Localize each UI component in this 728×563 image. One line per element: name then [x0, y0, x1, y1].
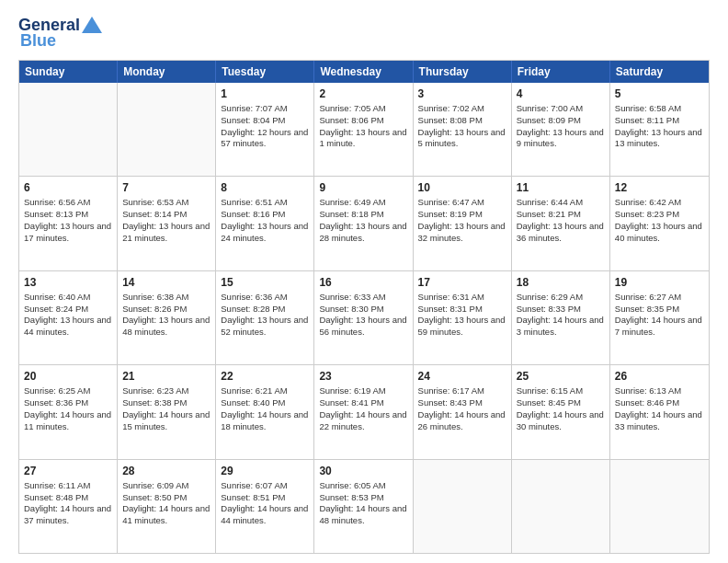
day-cell-11: 11Sunrise: 6:44 AMSunset: 8:21 PMDayligh… — [512, 177, 610, 270]
sunrise-text: Sunrise: 6:21 AM — [221, 385, 287, 396]
sunset-text: Sunset: 8:41 PM — [319, 397, 383, 408]
sunset-text: Sunset: 8:30 PM — [319, 304, 383, 314]
day-cell-12: 12Sunrise: 6:42 AMSunset: 8:23 PMDayligh… — [610, 177, 709, 270]
daylight-text: Daylight: 14 hours and 30 minutes. — [517, 409, 604, 431]
day-number: 19 — [615, 275, 704, 290]
day-cell-7: 7Sunrise: 6:53 AMSunset: 8:14 PMDaylight… — [118, 177, 216, 270]
day-cell-2: 2Sunrise: 7:05 AMSunset: 8:06 PMDaylight… — [314, 83, 413, 176]
daylight-text: Daylight: 13 hours and 59 minutes. — [418, 315, 506, 337]
day-cell-18: 18Sunrise: 6:29 AMSunset: 8:33 PMDayligh… — [512, 271, 610, 364]
daylight-text: Daylight: 13 hours and 56 minutes. — [319, 315, 406, 337]
sunset-text: Sunset: 8:06 PM — [319, 115, 383, 125]
week-row-5: 27Sunrise: 6:11 AMSunset: 8:48 PMDayligh… — [19, 459, 709, 553]
calendar-body: 1Sunrise: 7:07 AMSunset: 8:04 PMDaylight… — [19, 83, 709, 553]
daylight-text: Daylight: 13 hours and 40 minutes. — [615, 221, 702, 243]
week-row-1: 1Sunrise: 7:07 AMSunset: 8:04 PMDaylight… — [19, 83, 709, 176]
day-cell-24: 24Sunrise: 6:17 AMSunset: 8:43 PMDayligh… — [414, 365, 512, 458]
day-number: 17 — [418, 275, 506, 290]
day-cell-16: 16Sunrise: 6:33 AMSunset: 8:30 PMDayligh… — [314, 271, 413, 364]
daylight-text: Daylight: 13 hours and 52 minutes. — [221, 315, 308, 337]
header-day-monday: Monday — [118, 61, 216, 83]
sunrise-text: Sunrise: 7:05 AM — [319, 103, 385, 113]
sunset-text: Sunset: 8:46 PM — [615, 397, 679, 408]
sunrise-text: Sunrise: 6:42 AM — [615, 197, 681, 207]
sunset-text: Sunset: 8:53 PM — [319, 492, 383, 502]
daylight-text: Daylight: 13 hours and 28 minutes. — [319, 221, 406, 243]
day-cell-15: 15Sunrise: 6:36 AMSunset: 8:28 PMDayligh… — [216, 271, 314, 364]
day-number: 22 — [221, 369, 309, 384]
sunset-text: Sunset: 8:35 PM — [615, 304, 679, 314]
daylight-text: Daylight: 14 hours and 22 minutes. — [319, 409, 406, 431]
day-number: 15 — [221, 275, 309, 290]
daylight-text: Daylight: 13 hours and 24 minutes. — [221, 221, 308, 243]
daylight-text: Daylight: 13 hours and 48 minutes. — [122, 315, 210, 337]
day-number: 8 — [221, 180, 309, 195]
day-cell-25: 25Sunrise: 6:15 AMSunset: 8:45 PMDayligh… — [512, 365, 610, 458]
sunrise-text: Sunrise: 6:15 AM — [517, 385, 583, 396]
day-number: 2 — [319, 86, 407, 101]
week-row-2: 6Sunrise: 6:56 AMSunset: 8:13 PMDaylight… — [19, 176, 709, 270]
day-number: 12 — [615, 180, 704, 195]
sunrise-text: Sunrise: 6:13 AM — [615, 385, 681, 396]
sunset-text: Sunset: 8:48 PM — [24, 492, 88, 502]
day-number: 30 — [319, 464, 407, 478]
day-number: 1 — [221, 86, 309, 101]
sunrise-text: Sunrise: 6:11 AM — [24, 480, 90, 490]
sunset-text: Sunset: 8:13 PM — [24, 209, 88, 219]
day-number: 18 — [517, 275, 605, 290]
day-cell-10: 10Sunrise: 6:47 AMSunset: 8:19 PMDayligh… — [414, 177, 512, 270]
daylight-text: Daylight: 13 hours and 5 minutes. — [418, 127, 506, 149]
day-number: 9 — [319, 180, 407, 195]
day-cell-28: 28Sunrise: 6:09 AMSunset: 8:50 PMDayligh… — [118, 460, 216, 553]
sunrise-text: Sunrise: 6:38 AM — [122, 292, 188, 302]
sunset-text: Sunset: 8:04 PM — [221, 115, 285, 125]
empty-cell — [414, 460, 512, 553]
sunset-text: Sunset: 8:40 PM — [221, 397, 285, 408]
sunset-text: Sunset: 8:31 PM — [418, 304, 483, 314]
sunset-text: Sunset: 8:23 PM — [615, 209, 679, 219]
day-cell-29: 29Sunrise: 6:07 AMSunset: 8:51 PMDayligh… — [216, 460, 314, 553]
daylight-text: Daylight: 13 hours and 9 minutes. — [517, 127, 604, 149]
day-number: 11 — [517, 180, 605, 195]
day-cell-3: 3Sunrise: 7:02 AMSunset: 8:08 PMDaylight… — [414, 83, 512, 176]
daylight-text: Daylight: 13 hours and 32 minutes. — [418, 221, 506, 243]
day-number: 20 — [24, 369, 112, 384]
sunset-text: Sunset: 8:21 PM — [517, 209, 581, 219]
daylight-text: Daylight: 14 hours and 7 minutes. — [615, 315, 702, 337]
sunrise-text: Sunrise: 6:40 AM — [24, 292, 90, 302]
day-number: 6 — [24, 180, 112, 195]
page: General Blue SundayMondayTuesdayWednesda… — [0, 0, 728, 563]
day-number: 7 — [122, 180, 210, 195]
day-number: 16 — [319, 275, 407, 290]
daylight-text: Daylight: 14 hours and 33 minutes. — [615, 409, 702, 431]
sunset-text: Sunset: 8:43 PM — [418, 397, 483, 408]
daylight-text: Daylight: 13 hours and 21 minutes. — [122, 221, 210, 243]
day-number: 25 — [517, 369, 605, 384]
week-row-3: 13Sunrise: 6:40 AMSunset: 8:24 PMDayligh… — [19, 270, 709, 364]
sunset-text: Sunset: 8:19 PM — [418, 209, 483, 219]
sunset-text: Sunset: 8:08 PM — [418, 115, 483, 125]
day-number: 14 — [122, 275, 210, 290]
sunset-text: Sunset: 8:11 PM — [615, 115, 679, 125]
day-cell-13: 13Sunrise: 6:40 AMSunset: 8:24 PMDayligh… — [19, 271, 118, 364]
sunset-text: Sunset: 8:26 PM — [122, 304, 187, 314]
sunrise-text: Sunrise: 6:44 AM — [517, 197, 583, 207]
sunrise-text: Sunrise: 6:19 AM — [319, 385, 385, 396]
header-day-friday: Friday — [512, 61, 610, 83]
sunset-text: Sunset: 8:36 PM — [24, 397, 88, 408]
daylight-text: Daylight: 14 hours and 15 minutes. — [122, 409, 210, 431]
sunrise-text: Sunrise: 7:02 AM — [418, 103, 484, 113]
day-number: 24 — [418, 369, 506, 384]
sunrise-text: Sunrise: 6:09 AM — [122, 480, 188, 490]
daylight-text: Daylight: 13 hours and 1 minute. — [319, 127, 406, 149]
daylight-text: Daylight: 14 hours and 48 minutes. — [319, 503, 406, 525]
day-cell-21: 21Sunrise: 6:23 AMSunset: 8:38 PMDayligh… — [118, 365, 216, 458]
day-number: 23 — [319, 369, 407, 384]
empty-cell — [512, 460, 610, 553]
header-day-saturday: Saturday — [610, 61, 709, 83]
sunset-text: Sunset: 8:51 PM — [221, 492, 285, 502]
calendar: SundayMondayTuesdayWednesdayThursdayFrid… — [18, 60, 710, 554]
day-cell-23: 23Sunrise: 6:19 AMSunset: 8:41 PMDayligh… — [314, 365, 413, 458]
day-cell-9: 9Sunrise: 6:49 AMSunset: 8:18 PMDaylight… — [314, 177, 413, 270]
empty-cell — [610, 460, 709, 553]
